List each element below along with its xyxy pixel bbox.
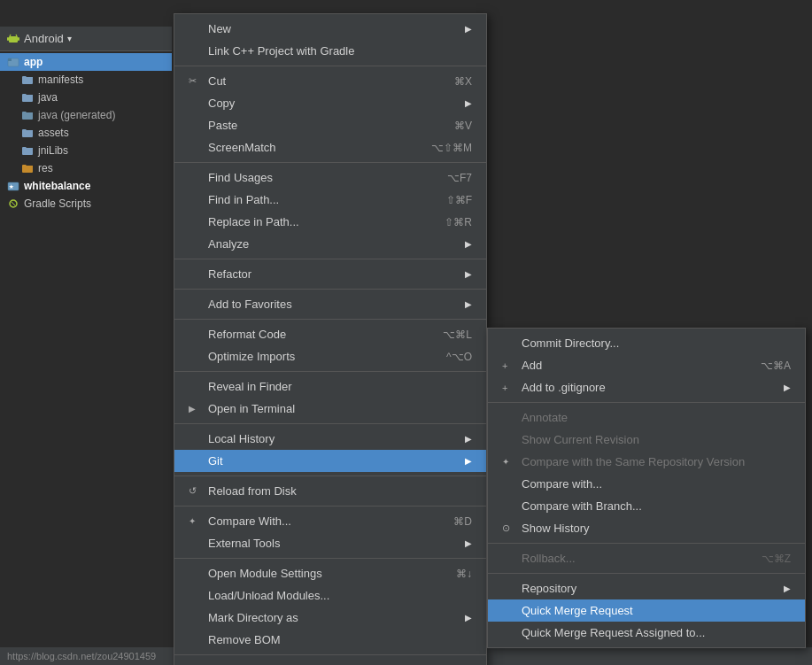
menu-item-remove-bom[interactable]: Remove BOM	[174, 629, 486, 651]
add-favorites-label: Add to Favorites	[208, 298, 458, 311]
local-history-label: Local History	[208, 432, 458, 445]
menu-item-replace-path[interactable]: Replace in Path... ⇧⌘R	[174, 211, 486, 233]
menu-item-find-usages[interactable]: Find Usages ⌥F7	[174, 166, 486, 189]
git-quick-merge-2[interactable]: Quick Merge Request Assigned to...	[488, 622, 805, 644]
copy-label: Copy	[208, 97, 458, 110]
svg-line-10	[12, 202, 15, 205]
reload-icon: ↺	[189, 485, 203, 497]
terminal-icon: ▶	[189, 404, 203, 414]
git-sep-3	[488, 573, 805, 574]
repository-arrow: ▶	[784, 584, 791, 593]
sidebar-item-res[interactable]: res	[0, 159, 172, 177]
find-usages-label: Find Usages	[208, 171, 429, 184]
android-label: Android	[24, 32, 64, 45]
compare-same-icon: ✦	[502, 457, 516, 467]
compare-shortcut: ⌘D	[453, 515, 472, 528]
folder-manifests-icon	[21, 74, 34, 85]
gitignore-arrow: ▶	[784, 383, 791, 392]
sidebar-item-manifests[interactable]: manifests	[0, 71, 172, 89]
git-compare-branch[interactable]: Compare with Branch...	[488, 495, 805, 517]
sidebar-item-jni-label: jniLibs	[38, 144, 68, 157]
git-arrow: ▶	[465, 456, 472, 466]
git-show-history[interactable]: ⊙ Show History	[488, 517, 805, 539]
git-label: Git	[208, 454, 458, 468]
rollback-label: Rollback...	[522, 552, 744, 565]
android-icon	[7, 33, 19, 45]
separator-10	[174, 558, 486, 559]
sidebar-item-java[interactable]: java	[0, 89, 172, 106]
sidebar-item-gradle[interactable]: Gradle Scripts	[0, 195, 172, 213]
menu-item-module-settings[interactable]: Open Module Settings ⌘↓	[174, 562, 486, 584]
svg-line-2	[16, 35, 17, 36]
git-annotate[interactable]: Annotate	[488, 406, 805, 429]
git-show-revision[interactable]: Show Current Revision	[488, 429, 805, 451]
reveal-finder-label: Reveal in Finder	[208, 380, 472, 393]
git-commit-dir[interactable]: Commit Directory...	[488, 332, 805, 354]
menu-item-local-history[interactable]: Local History ▶	[174, 428, 486, 450]
sidebar-item-java-generated[interactable]: java (generated)	[0, 106, 172, 124]
android-header[interactable]: Android ▾	[0, 27, 172, 51]
menu-item-paste[interactable]: Paste ⌘V	[174, 114, 486, 136]
find-usages-shortcut: ⌥F7	[447, 172, 472, 184]
mark-dir-arrow: ▶	[465, 613, 472, 622]
menu-item-compare-with[interactable]: ✦ Compare With... ⌘D	[174, 510, 486, 532]
svg-rect-4	[18, 37, 19, 41]
module-settings-shortcut: ⌘↓	[456, 568, 472, 580]
git-quick-merge[interactable]: Quick Merge Request	[488, 599, 805, 622]
menu-item-reformat[interactable]: Reformat Code ⌥⌘L	[174, 323, 486, 345]
menu-item-link-cpp[interactable]: Link C++ Project with Gradle	[174, 40, 486, 62]
menu-item-cut[interactable]: ✂ Cut ⌘X	[174, 70, 486, 92]
open-terminal-label: Open in Terminal	[208, 402, 472, 415]
menu-item-copy[interactable]: Copy ▶	[174, 92, 486, 114]
menu-item-open-terminal[interactable]: ▶ Open in Terminal	[174, 398, 486, 420]
sidebar-item-jnilibs[interactable]: jniLibs	[0, 142, 172, 159]
compare-icon: ✦	[189, 516, 203, 526]
menu-item-external-tools[interactable]: External Tools ▶	[174, 532, 486, 554]
context-menu: New ▶ Link C++ Project with Gradle ✂ Cut…	[174, 13, 487, 665]
git-compare-with[interactable]: Compare with...	[488, 473, 805, 495]
rollback-shortcut: ⌥⌘Z	[762, 553, 791, 565]
menu-item-add-favorites[interactable]: Add to Favorites ▶	[174, 293, 486, 315]
git-rollback[interactable]: Rollback... ⌥⌘Z	[488, 547, 805, 569]
quick-merge-2-label: Quick Merge Request Assigned to...	[522, 626, 791, 639]
add-plus-icon: +	[502, 360, 516, 371]
menu-item-optimize-imports[interactable]: Optimize Imports ^⌥O	[174, 345, 486, 367]
menu-item-create-gist[interactable]: ⊙ Create Gist...	[174, 659, 486, 665]
analyze-arrow: ▶	[465, 239, 472, 249]
sidebar-item-whitebalance[interactable]: ★ whitebalance	[0, 177, 172, 195]
gitignore-plus-icon: +	[502, 383, 516, 393]
menu-item-reload[interactable]: ↺ Reload from Disk	[174, 480, 486, 502]
git-repository[interactable]: Repository ▶	[488, 577, 805, 599]
menu-item-refactor[interactable]: Refactor ▶	[174, 263, 486, 285]
separator-4	[174, 289, 486, 290]
menu-item-mark-directory[interactable]: Mark Directory as ▶	[174, 607, 486, 629]
menu-item-analyze[interactable]: Analyze ▶	[174, 233, 486, 255]
menu-item-screenmatch[interactable]: ScreenMatch ⌥⇧⌘M	[174, 136, 486, 159]
refactor-arrow: ▶	[465, 269, 472, 279]
optimize-imports-shortcut: ^⌥O	[446, 351, 472, 363]
reformat-shortcut: ⌥⌘L	[443, 329, 472, 341]
sidebar-item-app[interactable]: app	[0, 53, 172, 71]
folder-res-icon	[21, 163, 34, 174]
copy-arrow: ▶	[465, 98, 472, 108]
git-add[interactable]: + Add ⌥⌘A	[488, 354, 805, 376]
git-add-gitignore[interactable]: + Add to .gitignore ▶	[488, 376, 805, 398]
menu-item-load-unload[interactable]: Load/Unload Modules...	[174, 584, 486, 607]
menu-item-reveal-finder[interactable]: Reveal in Finder	[174, 375, 486, 398]
sidebar-item-java-gen-label: java (generated)	[38, 109, 115, 121]
separator-6	[174, 371, 486, 372]
screenmatch-label: ScreenMatch	[208, 141, 414, 154]
menu-item-git[interactable]: Git ▶	[174, 450, 486, 472]
sidebar-item-assets[interactable]: assets	[0, 124, 172, 142]
git-compare-same-repo[interactable]: ✦ Compare with the Same Repository Versi…	[488, 451, 805, 473]
commit-dir-label: Commit Directory...	[522, 336, 791, 350]
menu-item-new[interactable]: New ▶	[174, 18, 486, 40]
separator-7	[174, 423, 486, 424]
module-wb-icon: ★	[7, 181, 19, 191]
git-compare-with-label: Compare with...	[522, 477, 791, 491]
favorites-arrow: ▶	[465, 299, 472, 309]
git-sep-2	[488, 543, 805, 544]
separator-11	[174, 654, 486, 655]
menu-item-find-path[interactable]: Find in Path... ⇧⌘F	[174, 189, 486, 211]
compare-branch-label: Compare with Branch...	[522, 499, 791, 513]
